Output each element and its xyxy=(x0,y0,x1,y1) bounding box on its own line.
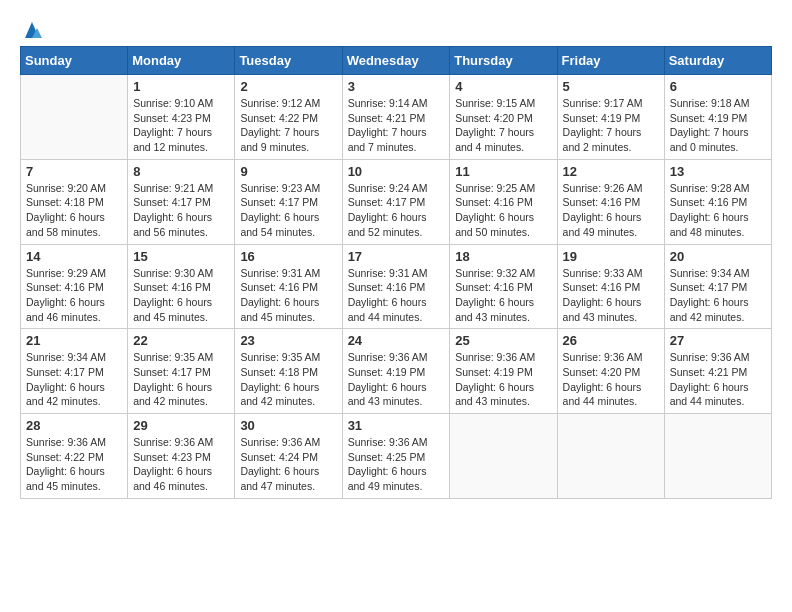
day-number: 18 xyxy=(455,249,551,264)
day-number: 29 xyxy=(133,418,229,433)
header-thursday: Thursday xyxy=(450,47,557,75)
day-number: 17 xyxy=(348,249,445,264)
day-info: Sunrise: 9:10 AM Sunset: 4:23 PM Dayligh… xyxy=(133,96,229,155)
calendar-cell: 3Sunrise: 9:14 AM Sunset: 4:21 PM Daylig… xyxy=(342,75,450,160)
day-info: Sunrise: 9:35 AM Sunset: 4:17 PM Dayligh… xyxy=(133,350,229,409)
day-number: 3 xyxy=(348,79,445,94)
day-number: 21 xyxy=(26,333,122,348)
calendar-cell: 31Sunrise: 9:36 AM Sunset: 4:25 PM Dayli… xyxy=(342,414,450,499)
day-number: 9 xyxy=(240,164,336,179)
calendar-cell: 22Sunrise: 9:35 AM Sunset: 4:17 PM Dayli… xyxy=(128,329,235,414)
day-info: Sunrise: 9:15 AM Sunset: 4:20 PM Dayligh… xyxy=(455,96,551,155)
calendar-table: SundayMondayTuesdayWednesdayThursdayFrid… xyxy=(20,46,772,499)
day-info: Sunrise: 9:14 AM Sunset: 4:21 PM Dayligh… xyxy=(348,96,445,155)
week-row-5: 28Sunrise: 9:36 AM Sunset: 4:22 PM Dayli… xyxy=(21,414,772,499)
day-number: 4 xyxy=(455,79,551,94)
calendar-cell xyxy=(664,414,771,499)
day-info: Sunrise: 9:23 AM Sunset: 4:17 PM Dayligh… xyxy=(240,181,336,240)
day-number: 12 xyxy=(563,164,659,179)
calendar-cell: 20Sunrise: 9:34 AM Sunset: 4:17 PM Dayli… xyxy=(664,244,771,329)
calendar-cell: 11Sunrise: 9:25 AM Sunset: 4:16 PM Dayli… xyxy=(450,159,557,244)
calendar-cell: 19Sunrise: 9:33 AM Sunset: 4:16 PM Dayli… xyxy=(557,244,664,329)
day-info: Sunrise: 9:29 AM Sunset: 4:16 PM Dayligh… xyxy=(26,266,122,325)
day-info: Sunrise: 9:36 AM Sunset: 4:19 PM Dayligh… xyxy=(348,350,445,409)
calendar-cell: 18Sunrise: 9:32 AM Sunset: 4:16 PM Dayli… xyxy=(450,244,557,329)
calendar-cell: 25Sunrise: 9:36 AM Sunset: 4:19 PM Dayli… xyxy=(450,329,557,414)
day-info: Sunrise: 9:25 AM Sunset: 4:16 PM Dayligh… xyxy=(455,181,551,240)
header-friday: Friday xyxy=(557,47,664,75)
logo-icon xyxy=(21,20,43,40)
header-sunday: Sunday xyxy=(21,47,128,75)
calendar-cell: 23Sunrise: 9:35 AM Sunset: 4:18 PM Dayli… xyxy=(235,329,342,414)
header-monday: Monday xyxy=(128,47,235,75)
week-row-3: 14Sunrise: 9:29 AM Sunset: 4:16 PM Dayli… xyxy=(21,244,772,329)
calendar-cell: 29Sunrise: 9:36 AM Sunset: 4:23 PM Dayli… xyxy=(128,414,235,499)
day-number: 24 xyxy=(348,333,445,348)
day-info: Sunrise: 9:31 AM Sunset: 4:16 PM Dayligh… xyxy=(348,266,445,325)
calendar-cell: 1Sunrise: 9:10 AM Sunset: 4:23 PM Daylig… xyxy=(128,75,235,160)
calendar-cell: 26Sunrise: 9:36 AM Sunset: 4:20 PM Dayli… xyxy=(557,329,664,414)
day-info: Sunrise: 9:36 AM Sunset: 4:23 PM Dayligh… xyxy=(133,435,229,494)
calendar-cell: 28Sunrise: 9:36 AM Sunset: 4:22 PM Dayli… xyxy=(21,414,128,499)
day-number: 11 xyxy=(455,164,551,179)
day-number: 8 xyxy=(133,164,229,179)
header-tuesday: Tuesday xyxy=(235,47,342,75)
calendar-cell: 4Sunrise: 9:15 AM Sunset: 4:20 PM Daylig… xyxy=(450,75,557,160)
day-number: 2 xyxy=(240,79,336,94)
day-number: 6 xyxy=(670,79,766,94)
day-info: Sunrise: 9:20 AM Sunset: 4:18 PM Dayligh… xyxy=(26,181,122,240)
day-info: Sunrise: 9:35 AM Sunset: 4:18 PM Dayligh… xyxy=(240,350,336,409)
day-info: Sunrise: 9:36 AM Sunset: 4:19 PM Dayligh… xyxy=(455,350,551,409)
calendar-cell: 5Sunrise: 9:17 AM Sunset: 4:19 PM Daylig… xyxy=(557,75,664,160)
header-wednesday: Wednesday xyxy=(342,47,450,75)
day-info: Sunrise: 9:17 AM Sunset: 4:19 PM Dayligh… xyxy=(563,96,659,155)
day-number: 14 xyxy=(26,249,122,264)
calendar-cell: 17Sunrise: 9:31 AM Sunset: 4:16 PM Dayli… xyxy=(342,244,450,329)
day-info: Sunrise: 9:34 AM Sunset: 4:17 PM Dayligh… xyxy=(670,266,766,325)
calendar-cell: 7Sunrise: 9:20 AM Sunset: 4:18 PM Daylig… xyxy=(21,159,128,244)
day-info: Sunrise: 9:18 AM Sunset: 4:19 PM Dayligh… xyxy=(670,96,766,155)
page-header xyxy=(20,20,772,36)
day-number: 23 xyxy=(240,333,336,348)
calendar-cell: 6Sunrise: 9:18 AM Sunset: 4:19 PM Daylig… xyxy=(664,75,771,160)
day-number: 15 xyxy=(133,249,229,264)
day-info: Sunrise: 9:26 AM Sunset: 4:16 PM Dayligh… xyxy=(563,181,659,240)
day-info: Sunrise: 9:28 AM Sunset: 4:16 PM Dayligh… xyxy=(670,181,766,240)
day-info: Sunrise: 9:34 AM Sunset: 4:17 PM Dayligh… xyxy=(26,350,122,409)
day-info: Sunrise: 9:36 AM Sunset: 4:24 PM Dayligh… xyxy=(240,435,336,494)
day-info: Sunrise: 9:30 AM Sunset: 4:16 PM Dayligh… xyxy=(133,266,229,325)
day-info: Sunrise: 9:33 AM Sunset: 4:16 PM Dayligh… xyxy=(563,266,659,325)
calendar-cell: 12Sunrise: 9:26 AM Sunset: 4:16 PM Dayli… xyxy=(557,159,664,244)
day-number: 20 xyxy=(670,249,766,264)
day-number: 28 xyxy=(26,418,122,433)
day-number: 1 xyxy=(133,79,229,94)
day-number: 7 xyxy=(26,164,122,179)
calendar-cell: 24Sunrise: 9:36 AM Sunset: 4:19 PM Dayli… xyxy=(342,329,450,414)
day-number: 31 xyxy=(348,418,445,433)
day-number: 26 xyxy=(563,333,659,348)
day-info: Sunrise: 9:36 AM Sunset: 4:21 PM Dayligh… xyxy=(670,350,766,409)
day-info: Sunrise: 9:36 AM Sunset: 4:22 PM Dayligh… xyxy=(26,435,122,494)
calendar-cell: 16Sunrise: 9:31 AM Sunset: 4:16 PM Dayli… xyxy=(235,244,342,329)
day-info: Sunrise: 9:36 AM Sunset: 4:25 PM Dayligh… xyxy=(348,435,445,494)
header-saturday: Saturday xyxy=(664,47,771,75)
day-number: 25 xyxy=(455,333,551,348)
day-info: Sunrise: 9:21 AM Sunset: 4:17 PM Dayligh… xyxy=(133,181,229,240)
calendar-cell: 21Sunrise: 9:34 AM Sunset: 4:17 PM Dayli… xyxy=(21,329,128,414)
week-row-2: 7Sunrise: 9:20 AM Sunset: 4:18 PM Daylig… xyxy=(21,159,772,244)
day-number: 10 xyxy=(348,164,445,179)
calendar-cell: 8Sunrise: 9:21 AM Sunset: 4:17 PM Daylig… xyxy=(128,159,235,244)
week-row-1: 1Sunrise: 9:10 AM Sunset: 4:23 PM Daylig… xyxy=(21,75,772,160)
day-info: Sunrise: 9:12 AM Sunset: 4:22 PM Dayligh… xyxy=(240,96,336,155)
day-info: Sunrise: 9:31 AM Sunset: 4:16 PM Dayligh… xyxy=(240,266,336,325)
day-info: Sunrise: 9:32 AM Sunset: 4:16 PM Dayligh… xyxy=(455,266,551,325)
calendar-cell: 30Sunrise: 9:36 AM Sunset: 4:24 PM Dayli… xyxy=(235,414,342,499)
week-row-4: 21Sunrise: 9:34 AM Sunset: 4:17 PM Dayli… xyxy=(21,329,772,414)
calendar-cell xyxy=(21,75,128,160)
day-number: 22 xyxy=(133,333,229,348)
calendar-cell xyxy=(450,414,557,499)
day-number: 16 xyxy=(240,249,336,264)
calendar-cell: 27Sunrise: 9:36 AM Sunset: 4:21 PM Dayli… xyxy=(664,329,771,414)
day-info: Sunrise: 9:24 AM Sunset: 4:17 PM Dayligh… xyxy=(348,181,445,240)
calendar-cell xyxy=(557,414,664,499)
